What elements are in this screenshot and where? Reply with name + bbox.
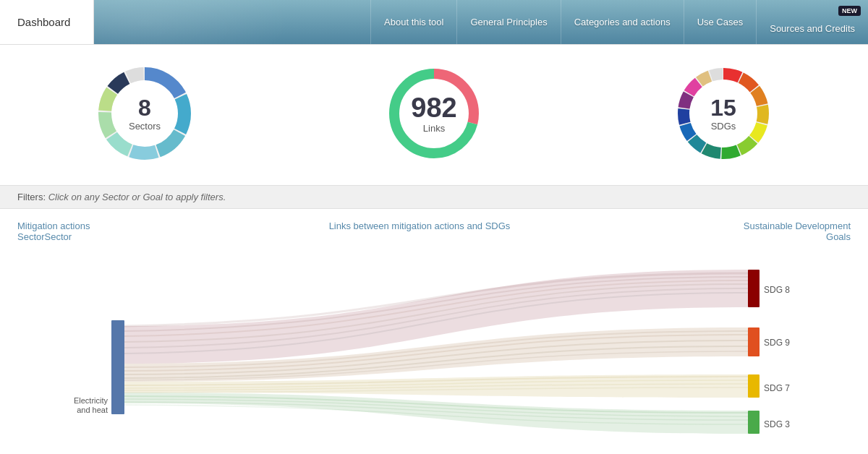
sankey-diagram-area: Electricity and heat SDG 8 SDG 9 SDG 7 S… xyxy=(17,248,851,454)
filters-label: Filters: xyxy=(17,192,46,202)
dashboard-label: Dashboard xyxy=(17,16,70,28)
nav-about[interactable]: About this tool xyxy=(370,0,456,44)
sdgs-label: SDGs xyxy=(710,121,736,132)
sdg8-label: SDG 8 xyxy=(764,285,790,295)
right-bar-sdg9[interactable] xyxy=(748,327,760,356)
nav-principles[interactable]: General Principles xyxy=(456,0,560,44)
sectors-donut[interactable]: 8 Sectors xyxy=(90,59,199,168)
sdg3-label: SDG 3 xyxy=(764,419,790,429)
links-donut-center: 982 Links xyxy=(411,94,456,134)
right-bar-sdg8[interactable] xyxy=(748,270,760,307)
sankey-svg: Electricity and heat SDG 8 SDG 9 SDG 7 S… xyxy=(17,248,851,421)
right-bar-sdg7[interactable] xyxy=(748,374,760,398)
links-number: 982 xyxy=(411,94,456,121)
sectors-label: Sectors xyxy=(129,121,161,132)
nav-usecases[interactable]: Use Cases xyxy=(684,0,757,44)
links-donut-container[interactable]: 982 Links xyxy=(380,59,488,168)
left-bar-electricity[interactable] xyxy=(111,320,124,414)
header: Dashboard About this tool General Princi… xyxy=(0,0,868,45)
sdgs-donut-center: 15 SDGs xyxy=(710,96,736,132)
sdg7-label: SDG 7 xyxy=(764,383,790,393)
flow-sdg3 xyxy=(124,393,748,434)
links-label: Links xyxy=(411,123,456,134)
main-content: 8 Sectors 982 Links xyxy=(0,45,868,454)
nav-links: About this tool General Principles Categ… xyxy=(370,0,868,44)
sdgs-number: 15 xyxy=(710,96,736,119)
sectors-number: 8 xyxy=(129,96,161,119)
sankey-header: Mitigation actionsSectorSector Links bet… xyxy=(17,220,851,242)
filters-hint: Click on any Sector or Goal to apply fil… xyxy=(48,192,226,202)
dashboard-tab[interactable]: Dashboard xyxy=(0,0,94,44)
electricity-label2: and heat xyxy=(77,406,108,414)
sectors-donut-container[interactable]: 8 Sectors xyxy=(90,59,199,168)
sdgs-donut-container[interactable]: 15 SDGs xyxy=(669,59,778,168)
sankey-right-label: Sustainable DevelopmentGoals xyxy=(706,220,851,242)
new-badge: NEW xyxy=(838,6,861,16)
sankey-left-label: Mitigation actionsSectorSector xyxy=(17,220,133,242)
sankey-section: Mitigation actionsSectorSector Links bet… xyxy=(0,209,868,454)
sankey-center-label: Links between mitigation actions and SDG… xyxy=(133,220,706,242)
links-donut[interactable]: 982 Links xyxy=(380,59,488,168)
sdgs-donut[interactable]: 15 SDGs xyxy=(669,59,778,168)
nav-sources[interactable]: NEW Sources and Credits xyxy=(756,0,868,44)
right-bar-sdg3[interactable] xyxy=(748,411,760,434)
stats-section: 8 Sectors 982 Links xyxy=(0,45,868,186)
electricity-label: Electricity xyxy=(74,396,109,405)
sectors-donut-center: 8 Sectors xyxy=(129,96,161,132)
sdg9-label: SDG 9 xyxy=(764,338,790,348)
nav-categories[interactable]: Categories and actions xyxy=(561,0,684,44)
sankey-sector-label: Sector xyxy=(17,231,45,242)
filters-bar: Filters: Click on any Sector or Goal to … xyxy=(0,186,868,209)
